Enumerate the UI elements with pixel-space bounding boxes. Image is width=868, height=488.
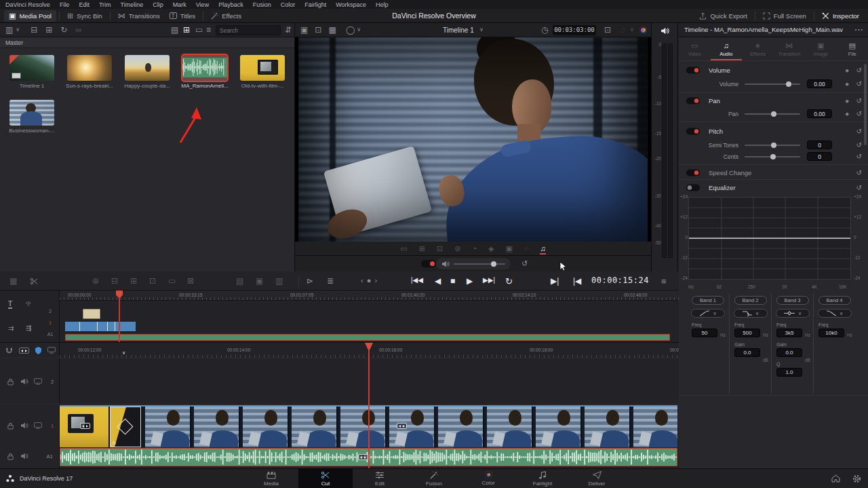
menu-item-edit[interactable]: Edit <box>79 1 90 8</box>
semitones-slider[interactable] <box>745 145 800 146</box>
audio-enable-toggle[interactable] <box>421 260 436 267</box>
bin-view-icon[interactable]: ▥ <box>5 26 13 34</box>
band-1-freq[interactable]: 50 <box>692 329 717 337</box>
playhead-line[interactable] <box>368 350 370 468</box>
ripple-overwrite-icon[interactable]: ⊞ <box>130 277 137 285</box>
effects-button[interactable]: Effects <box>206 10 246 22</box>
source-overwrite-icon[interactable]: ⊠ <box>187 277 194 285</box>
speed-toggle[interactable] <box>686 169 700 176</box>
speed-tool-icon[interactable]: ◔ <box>472 245 477 252</box>
sort-icon[interactable]: ⇵ <box>285 26 292 34</box>
media-pool-button[interactable]: ▣ Media Pool <box>4 10 56 22</box>
tab-transition[interactable]: ⋈Transition <box>774 38 806 60</box>
dynamic-zoom-tool-icon[interactable]: ⊡ <box>437 245 443 252</box>
next-edit-button[interactable]: ▶| <box>551 277 559 285</box>
reset-icon[interactable]: ↺ <box>856 128 862 135</box>
mini-clips-video[interactable] <box>65 322 136 331</box>
chevron-down-icon[interactable]: ∨ <box>16 27 20 33</box>
video-frame-thumbnail[interactable] <box>191 407 239 447</box>
track-label[interactable]: A1 <box>43 453 56 459</box>
timeline-selector[interactable]: Timeline 1 <box>443 26 474 34</box>
go-to-end-button[interactable]: ▶▶| <box>483 277 495 284</box>
viewer-volume-slider[interactable] <box>454 263 505 265</box>
inspector-button[interactable]: Inspector <box>817 10 864 22</box>
media-item-couple[interactable]: Happy-couple-da... <box>120 55 174 89</box>
pan-toggle[interactable] <box>686 97 700 104</box>
volume-slider[interactable] <box>745 83 800 85</box>
go-to-start-button[interactable]: |◀◀ <box>411 277 423 284</box>
video-frame-thumbnail[interactable] <box>435 407 483 447</box>
band-3-gain[interactable]: 0.0 <box>776 348 802 357</box>
transform-tool-icon[interactable]: ⊞ <box>419 245 425 252</box>
reset-icon[interactable]: ↺ <box>856 80 862 88</box>
inspector-scrollbar[interactable] <box>864 64 867 145</box>
clip-thumbnail[interactable] <box>125 55 170 81</box>
reset-icon[interactable]: ↺ <box>856 97 862 105</box>
audio-tool-icon[interactable]: ♫ <box>540 245 545 255</box>
menu-item-clip[interactable]: Clip <box>153 1 163 8</box>
pan-slider[interactable] <box>745 113 800 115</box>
page-tab-cut[interactable]: Cut <box>298 469 353 488</box>
pitch-toggle[interactable] <box>686 128 700 134</box>
media-item-oldtv[interactable]: Old-tv-with-film-... <box>235 55 290 89</box>
band-4-curve-select[interactable]: ∨ <box>818 309 852 318</box>
track1-lock-icon[interactable] <box>7 422 14 430</box>
menu-item-color[interactable]: Color <box>281 1 296 8</box>
band-1-button[interactable]: Band 1 <box>692 296 724 305</box>
video-frame-thumbnail[interactable] <box>533 407 580 447</box>
ellipsis-menu-icon[interactable]: • • • <box>855 27 863 32</box>
crop-tool-icon[interactable]: ▭ <box>400 245 407 252</box>
composite-tool-icon[interactable]: ⊘ <box>454 245 460 252</box>
video-frame-thumbnail[interactable] <box>631 407 677 447</box>
keyframe-icon[interactable]: ◆ <box>846 98 849 104</box>
stop-button[interactable]: ■ <box>450 277 455 285</box>
timeline-ruler[interactable]: 00:00:00:0000:00:33:1500:01:07:0500:01:4… <box>60 290 679 301</box>
reset-icon[interactable]: ↺ <box>856 67 862 74</box>
audio-clip-thumbnail[interactable] <box>182 55 227 81</box>
track-label[interactable]: 1 <box>46 423 58 429</box>
track1-enable-icon[interactable] <box>34 422 42 429</box>
step-back-button[interactable]: ◀ <box>435 277 441 285</box>
page-tab-deliver[interactable]: Deliver <box>570 469 624 488</box>
split-clip-icon[interactable] <box>30 278 39 285</box>
color-wheel-icon[interactable] <box>639 26 647 34</box>
page-tab-media[interactable]: Media <box>244 469 298 488</box>
track-label[interactable]: 2 <box>46 379 58 385</box>
tab-file[interactable]: ▤File <box>837 38 868 60</box>
mask-icon[interactable]: ◯ <box>346 26 355 34</box>
menu-item-fusion[interactable]: Fusion <box>253 1 271 8</box>
marker-chevron[interactable]: ∨ <box>122 350 125 356</box>
preview-mode-icon[interactable]: ⊳ <box>307 277 313 285</box>
tab-audio[interactable]: ♫Audio <box>711 38 743 60</box>
reset-icon[interactable]: ↺ <box>856 169 862 176</box>
titles-button[interactable]: T Titles <box>165 10 200 22</box>
trim-tool-icon[interactable]: ‹|› <box>26 300 31 306</box>
clip-thumbnail[interactable] <box>9 100 54 126</box>
monitor-icon[interactable] <box>47 347 56 354</box>
timeline-thumbnail[interactable] <box>9 55 54 81</box>
tab-effects[interactable]: ∗Effects <box>742 38 774 60</box>
video-frame-thumbnail[interactable] <box>387 407 434 447</box>
media-item-businesswoman[interactable]: Businesswoman-... <box>5 100 59 134</box>
reset-icon[interactable]: ↺ <box>856 184 862 191</box>
video-frame-thumbnail[interactable] <box>484 407 532 447</box>
lens-tool-icon[interactable]: ◌ <box>524 245 529 252</box>
place-on-top-icon[interactable]: ▭ <box>168 277 176 285</box>
eq-graph[interactable] <box>688 197 851 280</box>
chevron-down-icon[interactable]: ∨ <box>630 27 634 33</box>
transition-clip[interactable]: fx <box>110 407 141 447</box>
menu-item-fairlight[interactable]: Fairlight <box>304 1 326 8</box>
audio-trim-icon[interactable]: ▥ <box>275 277 283 285</box>
playhead-timecode[interactable]: 00:00:15:24 <box>591 276 649 285</box>
band-3-button[interactable]: Band 3 <box>776 296 809 305</box>
snapping-magnet-icon[interactable] <box>5 347 13 354</box>
band-2-curve-select[interactable]: ∨ <box>734 309 768 318</box>
flag-icon[interactable] <box>35 347 41 354</box>
timeline-zoom-icon[interactable]: ▦ <box>9 277 17 285</box>
audio-track-lock-icon[interactable] <box>7 453 14 460</box>
track-lock-tool-icon[interactable]: T <box>8 300 12 309</box>
speaker-icon[interactable] <box>660 27 669 35</box>
track1-mute-icon[interactable] <box>20 422 28 429</box>
menu-item-file[interactable]: File <box>60 1 70 8</box>
volume-toggle[interactable] <box>686 67 700 73</box>
